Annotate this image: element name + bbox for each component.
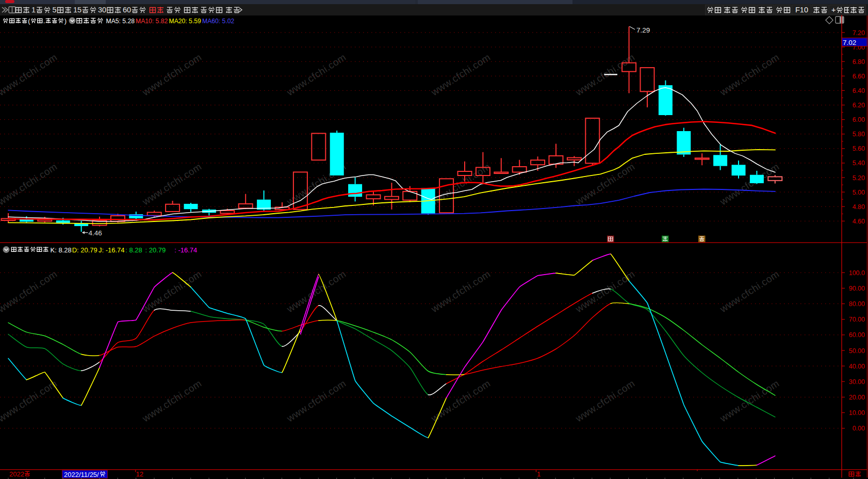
svg-text:4.46: 4.46 [89, 229, 102, 237]
svg-text:7.02: 7.02 [843, 39, 856, 46]
svg-text:): ) [64, 17, 67, 25]
svg-text:6.80: 6.80 [853, 58, 865, 66]
svg-text:5: 5 [53, 6, 57, 14]
svg-text:90.00: 90.00 [849, 285, 865, 292]
svg-text:5.80: 5.80 [853, 131, 865, 138]
svg-text:7.20: 7.20 [853, 29, 865, 37]
svg-text:0.00: 0.00 [853, 425, 865, 432]
svg-text:4.60: 4.60 [853, 218, 865, 225]
svg-text:2022: 2022 [9, 470, 24, 478]
svg-text:40.00: 40.00 [849, 363, 865, 370]
svg-text:10.00: 10.00 [849, 409, 865, 417]
svg-text:6.60: 6.60 [853, 73, 865, 80]
svg-text:J: -16.74: J: -16.74 [99, 246, 125, 254]
svg-text:.: . [43, 17, 45, 25]
svg-text:MA60: 5.02: MA60: 5.02 [202, 18, 235, 25]
svg-text:D: 20.79: D: 20.79 [72, 246, 97, 254]
svg-text:60: 60 [123, 6, 131, 14]
svg-text:50.00: 50.00 [849, 347, 865, 355]
svg-text:12: 12 [136, 470, 143, 478]
svg-text:F10: F10 [795, 6, 808, 14]
svg-text:80.00: 80.00 [849, 300, 865, 308]
svg-text:5.00: 5.00 [853, 189, 865, 196]
svg-text:5.60: 5.60 [853, 145, 865, 152]
svg-text:1: 1 [537, 470, 541, 478]
svg-text:100.0: 100.0 [849, 269, 865, 277]
svg-text:6.20: 6.20 [853, 102, 865, 109]
svg-text:K: 8.28: K: 8.28 [51, 246, 72, 254]
svg-text:: 8.28: : 8.28 [125, 246, 142, 254]
svg-text:+: + [831, 6, 836, 14]
svg-text:(: ( [28, 17, 30, 25]
svg-text:5.40: 5.40 [853, 159, 865, 167]
svg-text:: 20.79: : 20.79 [145, 246, 166, 254]
svg-text:6.00: 6.00 [853, 116, 865, 123]
svg-text:4.80: 4.80 [853, 203, 865, 211]
svg-text:5.20: 5.20 [853, 174, 865, 182]
svg-text:: -16.74: : -16.74 [174, 246, 197, 254]
svg-text:1: 1 [31, 6, 36, 14]
svg-text:MA20: 5.59: MA20: 5.59 [169, 18, 202, 25]
svg-text:MA5: 5.28: MA5: 5.28 [106, 18, 135, 25]
svg-text:60.00: 60.00 [849, 331, 865, 339]
svg-text:2022/11/25/: 2022/11/25/ [64, 471, 99, 478]
svg-text:30: 30 [98, 6, 106, 14]
svg-text:MA10: 5.82: MA10: 5.82 [136, 18, 168, 25]
svg-text:20.00: 20.00 [849, 394, 865, 401]
svg-text:7.29: 7.29 [636, 26, 650, 34]
svg-text:6.40: 6.40 [853, 87, 865, 94]
svg-text:30.00: 30.00 [849, 378, 865, 386]
svg-text:70.00: 70.00 [849, 316, 865, 323]
svg-text:15: 15 [73, 6, 81, 14]
